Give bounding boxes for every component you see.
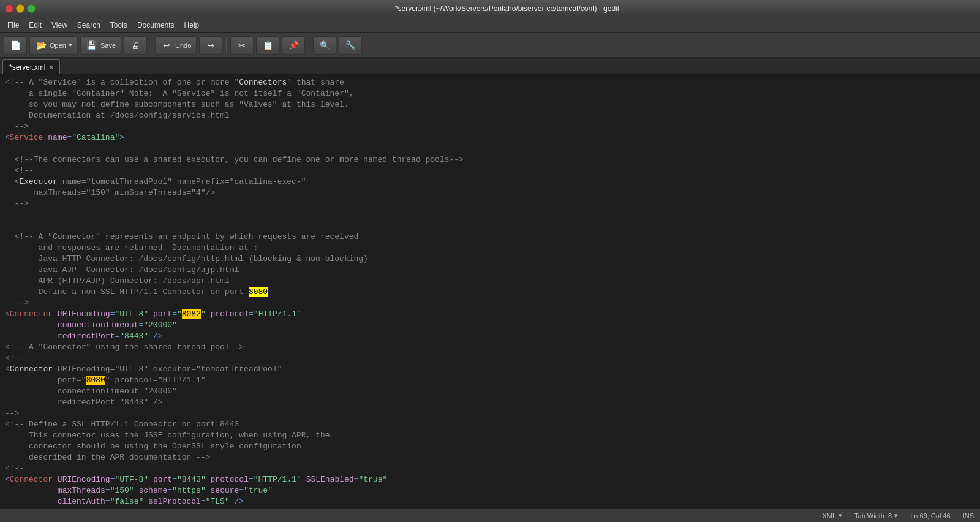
line-37: <Connector URIEncoding="UTF-8" port="844… [0,474,980,485]
tab-label: *server.xml [9,63,45,72]
status-bar: XML ▾ Tab Width: 8 ▾ Ln 69, Col 46 INS [0,509,980,522]
window-title: *server.xml (~/Work/Servers/Pentaho/bise… [39,4,975,13]
tab-width-label: Tab Width: 8 [854,512,892,520]
line-12: --> [0,199,980,210]
line-7 [0,143,980,154]
tab-close-button[interactable]: × [49,63,53,72]
line-6: <Service name="Catalina"> [0,132,980,143]
line-14 [0,221,980,232]
line-32: <!-- Define a SSL HTTP/1.1 Connector on … [0,419,980,430]
undo-icon: ↩ [160,39,173,51]
find-button[interactable]: 🔍 [313,36,336,55]
format-dropdown-icon[interactable]: ▾ [839,512,842,520]
line-10: <Executor name="tomcatThreadPool" namePr… [0,176,980,187]
line-25: <!-- A "Connector" using the shared thre… [0,342,980,353]
status-mode: INS [963,512,974,520]
line-36: <!-- [0,463,980,474]
maximize-button[interactable] [27,4,36,13]
save-button[interactable]: 💾 Save [80,36,121,55]
line-1: <!-- A "Service" is a collection of one … [0,77,980,88]
undo-label: Undo [175,42,191,49]
line-30: redirectPort="8443" /> [0,397,980,408]
save-label: Save [100,42,116,49]
line-39: clientAuth="false" sslProtocol="TLS" /> [0,496,980,507]
line-34: connector should be using the OpenSSL st… [0,441,980,452]
line-4: Documentation at /docs/config/service.ht… [0,110,980,121]
minimize-button[interactable] [16,4,24,13]
toolbar-separator-3 [309,37,309,53]
tab-width-dropdown-icon[interactable]: ▾ [894,512,898,520]
cut-icon: ✂ [236,39,248,51]
toolbar: 📄 📂 Open ▾ 💾 Save 🖨 ↩ Undo ↪ ✂ 📋 📌 🔍 🔧 [0,33,980,58]
line-3: so you may not define subcomponents such… [0,99,980,110]
open-button[interactable]: 📂 Open ▾ [29,36,78,55]
status-tab-width[interactable]: Tab Width: 8 ▾ [854,512,898,520]
line-21: --> [0,298,980,309]
line-19: APR (HTTP/AJP) Connector: /docs/apr.html [0,276,980,287]
line-16: and responses are returned. Documentatio… [0,243,980,254]
line-17: Java HTTP Connector: /docs/config/http.h… [0,254,980,265]
line-26: <!-- [0,353,980,364]
open-icon: 📂 [35,39,47,51]
copy-button[interactable]: 📋 [256,36,279,55]
title-bar: *server.xml (~/Work/Servers/Pentaho/bise… [0,0,980,17]
menu-view[interactable]: View [47,19,72,31]
line-22: <Connector URIEncoding="UTF-8" port="808… [0,309,980,320]
line-23: connectionTimeout="20000" [0,320,980,331]
save-icon: 💾 [86,39,98,51]
tools-extra-button[interactable]: 🔧 [339,36,362,55]
tools-icon: 🔧 [344,39,356,51]
menu-file[interactable]: File [2,19,24,31]
line-11: maxThreads="150" minSpareThreads="4"/> [0,187,980,199]
close-button[interactable] [5,4,13,13]
line-13 [0,210,980,221]
mode-label: INS [963,512,974,520]
redo-icon: ↪ [205,39,217,51]
menu-help[interactable]: Help [179,19,205,31]
open-chevron-icon: ▾ [69,41,72,49]
print-icon: 🖨 [129,39,141,51]
tab-bar: *server.xml × [0,58,980,75]
menu-documents[interactable]: Documents [132,19,179,31]
line-15: <!-- A "Connector" represents an endpoin… [0,232,980,243]
menu-bar: File Edit View Search Tools Documents He… [0,17,980,33]
editor-area[interactable]: <!-- A "Service" is a collection of one … [0,75,980,509]
line-31: --> [0,408,980,419]
menu-search[interactable]: Search [72,19,105,31]
status-format[interactable]: XML ▾ [822,512,842,520]
menu-edit[interactable]: Edit [24,19,47,31]
status-position: Ln 69, Col 46 [910,512,950,520]
line-2: a single "Container" Note: A "Service" i… [0,88,980,99]
line-35: described in the APR documentation --> [0,452,980,463]
copy-icon: 📋 [262,39,274,51]
line-28: port="8080" protocol="HTTP/1.1" [0,375,980,386]
toolbar-separator-2 [226,37,227,53]
undo-button[interactable]: ↩ Undo [155,36,197,55]
search-icon: 🔍 [318,39,331,51]
open-label: Open [50,42,66,49]
line-9: <!-- [0,165,980,176]
new-button[interactable]: 📄 [4,36,27,55]
line-27: <Connector URIEncoding="UTF-8" executor=… [0,364,980,375]
print-button[interactable]: 🖨 [124,36,147,55]
line-20: Define a non-SSL HTTP/1.1 Connector on p… [0,287,980,298]
cut-button[interactable]: ✂ [230,36,254,55]
window-controls[interactable] [5,4,36,13]
line-24: redirectPort="8443" /> [0,331,980,342]
code-content: <!-- A "Service" is a collection of one … [0,75,980,509]
line-5: --> [0,121,980,132]
redo-button[interactable]: ↪ [199,36,222,55]
menu-tools[interactable]: Tools [105,19,132,31]
paste-button[interactable]: 📌 [282,36,305,55]
new-icon: 📄 [9,39,21,51]
line-18: Java AJP Connector: /docs/config/ajp.htm… [0,265,980,276]
paste-icon: 📌 [287,39,300,51]
position-label: Ln 69, Col 46 [910,512,950,520]
line-33: This connector uses the JSSE configurati… [0,430,980,441]
line-29: connectionTimeout="20000" [0,386,980,397]
line-8: <!--The connectors can use a shared exec… [0,154,980,165]
tab-server-xml[interactable]: *server.xml × [2,59,60,74]
line-38: maxThreads="150" scheme="https" secure="… [0,485,980,496]
format-label: XML [822,512,836,520]
toolbar-separator-1 [151,37,151,53]
